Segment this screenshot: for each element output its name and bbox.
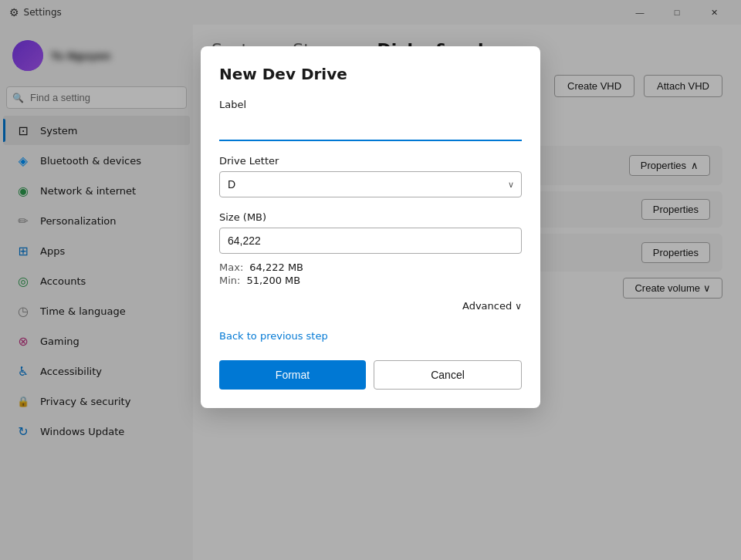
min-label: Min: <box>219 275 240 286</box>
size-constraints: Max: 64,222 MB Min: 51,200 MB <box>219 261 522 286</box>
label-input[interactable] <box>219 115 522 141</box>
max-value: 64,222 MB <box>249 261 303 273</box>
max-constraint: Max: 64,222 MB <box>219 261 522 273</box>
max-label: Max: <box>219 261 243 273</box>
label-field-label: Label <box>219 99 522 110</box>
drive-letter-select-wrap: D E F G ∨ <box>219 171 522 197</box>
size-field-label: Size (MB) <box>219 211 522 223</box>
advanced-label: Advanced <box>462 300 512 312</box>
modal-overlay: New Dev Drive Label Drive Letter D E F G… <box>0 0 741 560</box>
modal-actions: Format Cancel <box>219 360 522 390</box>
min-value: 51,200 MB <box>246 275 300 286</box>
advanced-toggle[interactable]: Advanced ∨ <box>219 300 522 312</box>
min-constraint: Min: 51,200 MB <box>219 275 522 286</box>
size-input[interactable] <box>219 228 522 254</box>
cancel-button[interactable]: Cancel <box>374 360 522 390</box>
advanced-chevron-icon: ∨ <box>515 301 522 312</box>
modal-title: New Dev Drive <box>219 65 522 83</box>
new-dev-drive-modal: New Dev Drive Label Drive Letter D E F G… <box>201 46 540 408</box>
drive-letter-label: Drive Letter <box>219 155 522 167</box>
format-button[interactable]: Format <box>219 360 366 390</box>
drive-letter-select[interactable]: D E F G <box>219 171 522 197</box>
back-to-previous-link[interactable]: Back to previous step <box>219 330 522 342</box>
